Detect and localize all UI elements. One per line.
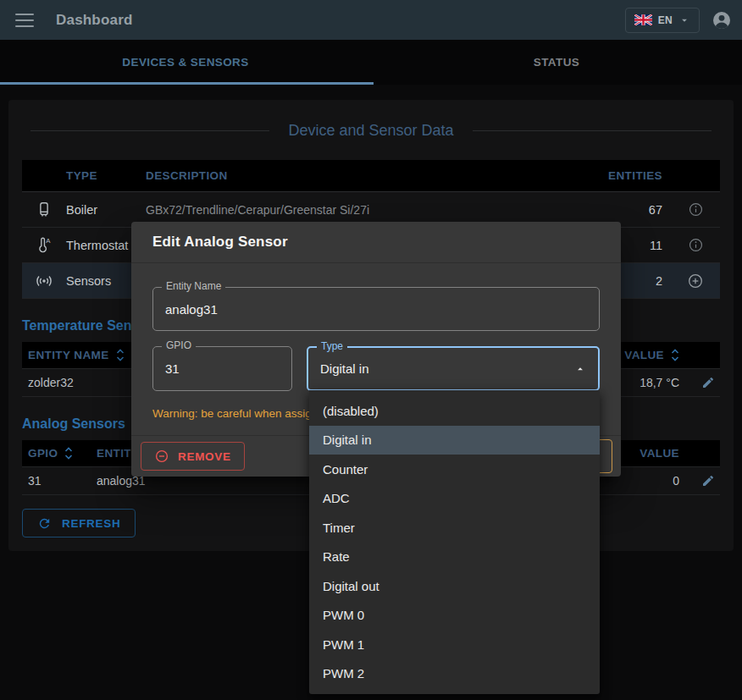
tab-devices-sensors[interactable]: DEVICES & SENSORS — [0, 40, 371, 85]
field-row: GPIO 31 Type Digital in — [152, 346, 600, 391]
menu-button[interactable] — [14, 12, 36, 29]
type-label: Type — [317, 340, 347, 352]
gpio-value: 31 — [165, 361, 180, 376]
option-counter[interactable]: Counter — [309, 455, 600, 484]
refresh-label: REFRESH — [62, 517, 120, 530]
devices-table-header: TYPE DESCRIPTION ENTITIES — [22, 160, 720, 192]
entity-name-value: analog31 — [165, 302, 218, 317]
thermostat-icon: A — [35, 236, 53, 255]
gpio-label: GPIO — [162, 339, 196, 351]
info-icon[interactable] — [688, 237, 704, 253]
option-rate[interactable]: Rate — [309, 543, 600, 572]
app-bar-right: EN — [625, 8, 732, 33]
sensors-icon — [34, 271, 54, 291]
page-title: Device and Sensor Data — [288, 122, 453, 140]
language-code: EN — [658, 14, 673, 26]
edit-pencil-icon[interactable] — [701, 376, 715, 389]
option-disabled[interactable]: (disabled) — [309, 396, 600, 426]
device-entities: 67 — [649, 203, 671, 217]
device-description: GBx72/Trendline/Cerapur/Greenstar Si/27i — [146, 203, 593, 217]
chevron-up-icon — [574, 363, 586, 375]
col-value[interactable]: VALUE — [624, 349, 664, 361]
col-type: TYPE — [66, 169, 146, 182]
sort-icon[interactable] — [116, 349, 125, 361]
svg-text:A: A — [46, 237, 51, 245]
col-entity-name[interactable]: ENTITY NAME — [28, 349, 109, 361]
account-icon — [712, 10, 732, 30]
device-entities: 2 — [656, 274, 671, 288]
sort-icon[interactable] — [671, 349, 679, 361]
option-pwm-0[interactable]: PWM 0 — [309, 601, 600, 631]
dialog-header: Edit Analog Sensor — [131, 222, 621, 263]
section-title-row: Device and Sensor Data — [30, 122, 712, 140]
user-avatar[interactable] — [712, 10, 732, 30]
info-icon[interactable] — [688, 201, 704, 218]
col-gpio[interactable]: GPIO — [28, 447, 58, 460]
option-timer[interactable]: Timer — [309, 513, 600, 543]
device-type: Boiler — [66, 203, 146, 217]
entity-name-field[interactable]: Entity Name analog31 — [152, 287, 600, 331]
language-selector[interactable]: EN — [625, 8, 700, 33]
active-tab-indicator — [0, 82, 374, 85]
option-pwm-2[interactable]: PWM 2 — [309, 659, 600, 689]
divider-line — [30, 130, 269, 131]
remove-button[interactable]: REMOVE — [141, 442, 245, 471]
screen: Dashboard EN — [0, 0, 742, 700]
hamburger-icon — [15, 14, 34, 15]
remove-circle-icon — [154, 449, 169, 464]
option-digital-out[interactable]: Digital out — [309, 571, 600, 601]
uk-flag-icon — [634, 14, 652, 25]
app-title: Dashboard — [56, 12, 133, 29]
boiler-icon — [35, 201, 53, 219]
tab-status-label: STATUS — [534, 56, 579, 69]
remove-label: REMOVE — [178, 450, 231, 463]
tab-status[interactable]: STATUS — [371, 40, 742, 85]
option-digital-in[interactable]: Digital in — [309, 426, 600, 455]
device-entities: 11 — [650, 239, 671, 252]
option-pwm-1[interactable]: PWM 1 — [309, 630, 600, 659]
tab-bar: DEVICES & SENSORS STATUS — [0, 40, 742, 85]
refresh-button[interactable]: REFRESH — [22, 509, 136, 537]
type-value: Digital in — [320, 361, 369, 376]
gpio-cell: 31 — [22, 474, 97, 488]
col-entities: ENTITIES — [608, 169, 671, 182]
entity-name-label: Entity Name — [162, 280, 225, 292]
option-adc[interactable]: ADC — [309, 484, 600, 514]
dialog-title: Edit Analog Sensor — [152, 234, 288, 251]
sort-icon[interactable] — [64, 447, 73, 460]
edit-pencil-icon[interactable] — [701, 474, 715, 488]
add-circle-icon[interactable] — [687, 273, 704, 289]
tab-devices-label: DEVICES & SENSORS — [122, 56, 248, 69]
type-select[interactable]: Type Digital in — [307, 346, 600, 391]
refresh-icon — [37, 516, 52, 531]
app-bar: Dashboard EN — [0, 0, 742, 40]
gpio-field[interactable]: GPIO 31 — [152, 346, 292, 391]
col-description: DESCRIPTION — [146, 169, 593, 182]
type-dropdown-menu: (disabled) Digital in Counter ADC Timer … — [309, 390, 600, 694]
chevron-down-icon — [678, 14, 690, 26]
divider-line — [473, 130, 712, 131]
